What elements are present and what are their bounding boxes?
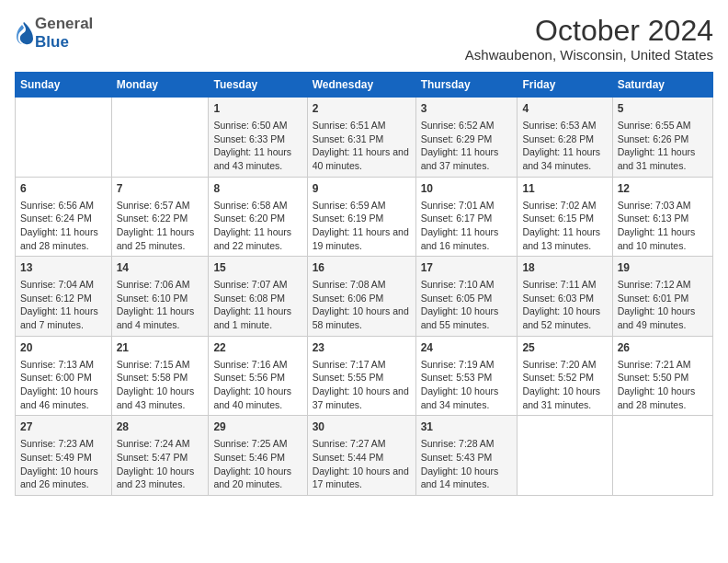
calendar-cell: 16Sunrise: 7:08 AMSunset: 6:06 PMDayligh… [307, 257, 415, 337]
day-header-thursday: Thursday [415, 73, 518, 98]
day-header-sunday: Sunday [16, 73, 112, 98]
daylight-text: Daylight: 10 hours and 37 minutes. [313, 385, 411, 411]
daylight-text: Daylight: 10 hours and 14 minutes. [421, 465, 513, 491]
sunrise-text: Sunrise: 6:53 AM [522, 119, 607, 132]
daylight-text: Daylight: 11 hours and 13 minutes. [522, 225, 607, 252]
daylight-text: Daylight: 11 hours and 1 minute. [213, 304, 301, 331]
calendar-cell [111, 98, 209, 178]
sunset-text: Sunset: 6:31 PM [313, 132, 411, 146]
sunrise-text: Sunrise: 6:59 AM [313, 199, 411, 213]
day-number: 11 [522, 181, 607, 197]
daylight-text: Daylight: 11 hours and 16 minutes. [421, 225, 513, 252]
sunset-text: Sunset: 5:44 PM [313, 451, 411, 465]
sunrise-text: Sunrise: 7:21 AM [618, 358, 708, 372]
daylight-text: Daylight: 11 hours and 31 minutes. [618, 145, 708, 172]
logo-text: General Blue [35, 15, 93, 52]
calendar-week-4: 20Sunrise: 7:13 AMSunset: 6:00 PMDayligh… [16, 336, 713, 416]
day-number: 2 [313, 101, 411, 117]
calendar-cell: 4Sunrise: 6:53 AMSunset: 6:28 PMDaylight… [518, 98, 612, 178]
calendar-cell: 23Sunrise: 7:17 AMSunset: 5:55 PMDayligh… [307, 336, 415, 416]
day-number: 31 [421, 419, 513, 435]
sunrise-text: Sunrise: 6:55 AM [618, 119, 708, 132]
day-number: 28 [117, 419, 204, 435]
sunset-text: Sunset: 6:03 PM [522, 292, 607, 305]
page-header: General Blue October 2024 Ashwaubenon, W… [15, 15, 713, 63]
day-number: 29 [213, 419, 301, 435]
page-subtitle: Ashwaubenon, Wisconsin, United States [465, 47, 713, 63]
daylight-text: Daylight: 10 hours and 31 minutes. [522, 385, 607, 411]
calendar-cell: 14Sunrise: 7:06 AMSunset: 6:10 PMDayligh… [111, 257, 209, 337]
day-number: 22 [213, 340, 301, 356]
day-number: 8 [213, 181, 301, 197]
calendar-cell: 10Sunrise: 7:01 AMSunset: 6:17 PMDayligh… [415, 177, 518, 257]
sunrise-text: Sunrise: 6:52 AM [421, 119, 513, 132]
day-number: 21 [117, 340, 204, 356]
sunrise-text: Sunrise: 7:02 AM [522, 199, 607, 213]
sunset-text: Sunset: 6:15 PM [522, 212, 607, 225]
calendar-cell: 21Sunrise: 7:15 AMSunset: 5:58 PMDayligh… [111, 336, 209, 416]
sunrise-text: Sunrise: 6:57 AM [117, 199, 204, 213]
calendar-header-row: SundayMondayTuesdayWednesdayThursdayFrid… [16, 73, 713, 98]
day-number: 15 [213, 260, 301, 276]
sunset-text: Sunset: 5:43 PM [421, 451, 513, 465]
logo-blue: Blue [35, 33, 93, 52]
day-header-tuesday: Tuesday [209, 73, 307, 98]
sunset-text: Sunset: 5:55 PM [313, 371, 411, 385]
daylight-text: Daylight: 10 hours and 23 minutes. [117, 465, 204, 491]
calendar-week-1: 1Sunrise: 6:50 AMSunset: 6:33 PMDaylight… [16, 98, 713, 178]
daylight-text: Daylight: 11 hours and 28 minutes. [20, 225, 107, 252]
calendar-cell: 24Sunrise: 7:19 AMSunset: 5:53 PMDayligh… [415, 336, 518, 416]
day-number: 26 [618, 340, 708, 356]
calendar-cell: 22Sunrise: 7:16 AMSunset: 5:56 PMDayligh… [209, 336, 307, 416]
calendar-week-2: 6Sunrise: 6:56 AMSunset: 6:24 PMDaylight… [16, 177, 713, 257]
calendar-cell: 29Sunrise: 7:25 AMSunset: 5:46 PMDayligh… [209, 416, 307, 496]
daylight-text: Daylight: 10 hours and 20 minutes. [213, 465, 301, 491]
sunrise-text: Sunrise: 7:03 AM [618, 199, 708, 213]
daylight-text: Daylight: 11 hours and 40 minutes. [313, 145, 411, 172]
daylight-text: Daylight: 11 hours and 10 minutes. [618, 225, 708, 252]
sunset-text: Sunset: 5:50 PM [618, 371, 708, 385]
sunrise-text: Sunrise: 7:19 AM [421, 358, 513, 372]
calendar-cell: 9Sunrise: 6:59 AMSunset: 6:19 PMDaylight… [307, 177, 415, 257]
day-number: 6 [20, 181, 107, 197]
title-block: October 2024 Ashwaubenon, Wisconsin, Uni… [465, 15, 713, 63]
calendar-cell: 5Sunrise: 6:55 AMSunset: 6:26 PMDaylight… [612, 98, 712, 178]
calendar-cell: 17Sunrise: 7:10 AMSunset: 6:05 PMDayligh… [415, 257, 518, 337]
calendar-cell: 18Sunrise: 7:11 AMSunset: 6:03 PMDayligh… [518, 257, 612, 337]
sunrise-text: Sunrise: 7:23 AM [20, 437, 107, 451]
sunset-text: Sunset: 6:28 PM [522, 132, 607, 146]
day-number: 23 [313, 340, 411, 356]
sunrise-text: Sunrise: 7:10 AM [421, 278, 513, 292]
sunrise-text: Sunrise: 7:24 AM [117, 437, 204, 451]
day-number: 7 [117, 181, 204, 197]
daylight-text: Daylight: 11 hours and 7 minutes. [20, 304, 107, 331]
daylight-text: Daylight: 10 hours and 40 minutes. [213, 385, 301, 411]
daylight-text: Daylight: 10 hours and 58 minutes. [313, 304, 411, 331]
sunrise-text: Sunrise: 6:50 AM [213, 119, 301, 132]
day-number: 3 [421, 101, 513, 117]
daylight-text: Daylight: 11 hours and 19 minutes. [313, 225, 411, 252]
sunset-text: Sunset: 6:13 PM [618, 212, 708, 225]
calendar-cell [612, 416, 712, 496]
sunset-text: Sunset: 5:47 PM [117, 451, 204, 465]
logo-icon [15, 20, 33, 46]
daylight-text: Daylight: 10 hours and 28 minutes. [618, 385, 708, 411]
day-header-monday: Monday [111, 73, 209, 98]
sunset-text: Sunset: 6:10 PM [117, 292, 204, 305]
calendar-cell: 2Sunrise: 6:51 AMSunset: 6:31 PMDaylight… [307, 98, 415, 178]
sunset-text: Sunset: 6:08 PM [213, 292, 301, 305]
day-number: 27 [20, 419, 107, 435]
calendar-table: SundayMondayTuesdayWednesdayThursdayFrid… [15, 72, 713, 496]
sunrise-text: Sunrise: 7:20 AM [522, 358, 607, 372]
calendar-cell: 1Sunrise: 6:50 AMSunset: 6:33 PMDaylight… [209, 98, 307, 178]
sunset-text: Sunset: 6:19 PM [313, 212, 411, 225]
daylight-text: Daylight: 10 hours and 52 minutes. [522, 304, 607, 331]
day-number: 25 [522, 340, 607, 356]
day-number: 14 [117, 260, 204, 276]
sunset-text: Sunset: 6:05 PM [421, 292, 513, 305]
calendar-cell: 31Sunrise: 7:28 AMSunset: 5:43 PMDayligh… [415, 416, 518, 496]
day-number: 19 [618, 260, 708, 276]
page-title: October 2024 [465, 15, 713, 47]
calendar-cell: 25Sunrise: 7:20 AMSunset: 5:52 PMDayligh… [518, 336, 612, 416]
day-number: 18 [522, 260, 607, 276]
